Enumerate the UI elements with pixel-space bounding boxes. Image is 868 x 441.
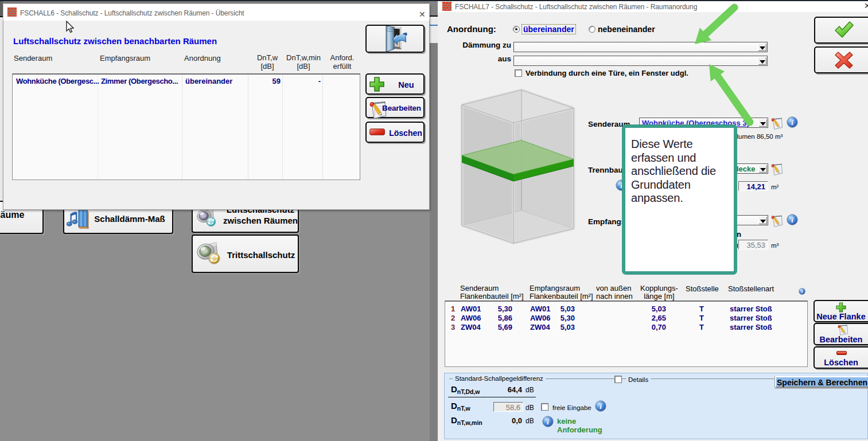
svg-text:i: i bbox=[547, 417, 549, 426]
svg-text:i: i bbox=[600, 402, 602, 411]
svg-text:i: i bbox=[791, 216, 793, 224]
svg-text:i: i bbox=[791, 118, 793, 127]
